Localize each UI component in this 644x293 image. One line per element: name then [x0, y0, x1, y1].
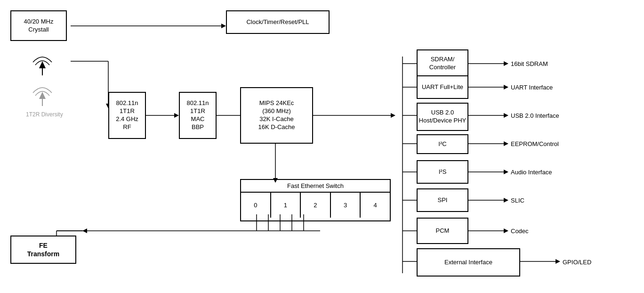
- svg-marker-38: [504, 198, 508, 203]
- svg-marker-60: [39, 61, 46, 68]
- pcm-label: PCM: [436, 227, 450, 235]
- antenna-area: 1T2R Diversity: [24, 52, 61, 118]
- svg-marker-30: [504, 141, 508, 146]
- i2s-label: I²S: [439, 168, 447, 176]
- crystal-box: 40/20 MHz Crystall: [10, 10, 67, 41]
- sdram-ctrl-box: SDRAM/ Controller: [417, 49, 468, 78]
- usb-right-label: USB 2.0 Interface: [511, 112, 559, 120]
- svg-marker-42: [504, 228, 508, 233]
- fast-eth-box: Fast Ethernet Switch 0 1 2 3 4: [240, 179, 391, 221]
- ext-iface-box: External Interface: [417, 248, 520, 277]
- clock-box: Clock/Timer/Reset/PLL: [226, 10, 330, 34]
- svg-marker-61: [39, 92, 46, 99]
- ext-iface-label: External Interface: [444, 259, 492, 267]
- i2c-label: I²C: [438, 140, 446, 148]
- pcm-right-label: Codec: [511, 228, 529, 236]
- svg-marker-18: [504, 61, 508, 66]
- svg-marker-34: [504, 170, 508, 174]
- i2s-right-label: Audio Interface: [511, 169, 552, 177]
- usb-label: USB 2.0 Host/Device PHY: [419, 109, 466, 125]
- spi-right-label: SLIC: [511, 197, 524, 205]
- port-2: 2: [301, 193, 331, 218]
- pcm-box: PCM: [417, 218, 468, 244]
- svg-marker-56: [82, 228, 87, 233]
- uart-box: UART Full+Lite: [417, 75, 468, 99]
- clock-label: Clock/Timer/Reset/PLL: [246, 18, 309, 26]
- usb-box: USB 2.0 Host/Device PHY: [417, 103, 468, 131]
- sdram-right-label: 16bit SDRAM: [511, 60, 548, 68]
- svg-marker-6: [174, 113, 179, 118]
- diversity-label: 1T2R Diversity: [26, 111, 63, 118]
- rf-box: 802.11n 1T1R 2.4 GHz RF: [108, 92, 146, 139]
- i2s-box: I²S: [417, 160, 468, 184]
- i2c-right-label: EEPROM/Control: [511, 140, 559, 148]
- port-3: 3: [331, 193, 361, 218]
- mips-label: MIPS 24KEc (360 MHz) 32K I-Cache 16K D-C…: [258, 99, 295, 131]
- uart-right-label: UART Interface: [511, 84, 553, 92]
- mac-label: 802.11n 1T1R MAC BBP: [187, 99, 209, 131]
- sdram-ctrl-label: SDRAM/ Controller: [429, 56, 456, 72]
- uart-label: UART Full+Lite: [422, 83, 463, 91]
- port-0: 0: [241, 193, 271, 218]
- mac-box: 802.11n 1T1R MAC BBP: [179, 92, 217, 139]
- fast-eth-label: Fast Ethernet Switch: [241, 180, 390, 192]
- svg-marker-12: [391, 113, 395, 118]
- fe-transform-box: FE Transform: [10, 236, 76, 264]
- gpio-right-label: GPIO/LED: [563, 259, 591, 267]
- port-4: 4: [361, 193, 390, 218]
- fe-transform-label: FE Transform: [27, 241, 59, 258]
- mips-box: MIPS 24KEc (360 MHz) 32K I-Cache 16K D-C…: [240, 87, 313, 144]
- svg-marker-46: [555, 259, 560, 264]
- svg-marker-26: [504, 113, 508, 118]
- spi-label: SPI: [438, 196, 448, 204]
- diagram: 40/20 MHz Crystall Clock/Timer/Reset/PLL…: [0, 0, 644, 293]
- spi-box: SPI: [417, 188, 468, 212]
- i2c-box: I²C: [417, 134, 468, 154]
- rf-label: 802.11n 1T1R 2.4 GHz RF: [116, 99, 138, 131]
- svg-marker-22: [504, 85, 508, 90]
- port-1: 1: [271, 193, 301, 218]
- crystal-label: 40/20 MHz Crystall: [24, 18, 54, 34]
- svg-marker-1: [221, 24, 226, 28]
